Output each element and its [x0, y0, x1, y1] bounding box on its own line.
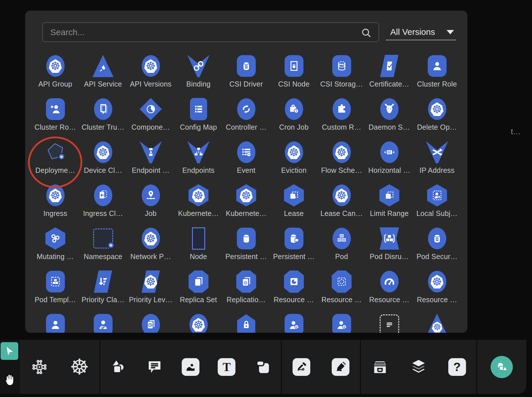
library-item-label: Pod [335, 252, 348, 261]
toolbar-group-libraries: ☸ [19, 340, 99, 394]
library-item-api-group[interactable]: ☸API Group [31, 55, 79, 98]
library-item-cropped[interactable] [270, 313, 318, 333]
library-item-pod-secur[interactable]: Pod Secur… [413, 227, 461, 270]
library-item-namespace[interactable]: ☸Namespace [79, 227, 127, 270]
library-item-label: Cluster Role [417, 80, 457, 88]
library-item-resource[interactable]: ☸Resource … [413, 270, 461, 313]
library-item-device-cl[interactable]: ☸Device Cl… [79, 141, 127, 184]
library-item-job[interactable]: Job [127, 184, 175, 227]
cyl-grid-icon [425, 227, 449, 250]
library-item-cluster-ro[interactable]: Cluster Ro… [31, 98, 79, 141]
boxes-tree-icon [187, 141, 211, 164]
library-item-replicatio[interactable]: ⚙Replicatio… [222, 270, 270, 313]
library-item-cropped[interactable]: ☸ [413, 313, 461, 333]
k8s-icon: ☸ [43, 55, 67, 77]
library-item-resource[interactable]: Resource … [365, 270, 413, 313]
image-tool[interactable] [177, 351, 204, 383]
library-item-resource[interactable]: Resource … [270, 270, 318, 313]
library-item-label: Lease Can… [321, 209, 363, 218]
library-item-cropped[interactable] [365, 313, 413, 333]
library-item-csi-storag[interactable]: CSI Storag… [318, 55, 365, 98]
library-item-cluster-role[interactable]: Cluster Role [413, 55, 461, 98]
library-item-api-versions[interactable]: ☸API Versions [127, 55, 175, 98]
library-item-endpoints[interactable]: Endpoints [175, 141, 222, 184]
circuit-library-tool[interactable] [26, 351, 53, 383]
help-tool[interactable]: ? [443, 351, 471, 383]
library-item-cropped[interactable] [31, 313, 79, 333]
library-item-flow-sche[interactable]: ☸Flow Sche… [318, 141, 365, 184]
library-item-cropped[interactable]: ☸ [175, 313, 222, 333]
library-item-compone[interactable]: Compone… [127, 98, 175, 141]
library-item-kubernete[interactable]: ☸Kubernete… [222, 184, 270, 227]
library-item-cropped[interactable] [222, 313, 270, 333]
archive-tool[interactable] [366, 351, 394, 383]
library-item-config-map[interactable]: Config Map [175, 98, 222, 141]
hand-tool[interactable] [1, 371, 18, 389]
library-item-cluster-tru[interactable]: Cluster Tru… [79, 98, 127, 141]
box-arrows-icon [377, 141, 401, 164]
library-item-kubernete[interactable]: ☸Kubernete… [175, 184, 222, 227]
library-item-limit-range[interactable]: Limit Range [365, 184, 413, 227]
shapes-tool[interactable] [105, 351, 132, 383]
library-item-event[interactable]: Event [222, 141, 270, 184]
library-item-csi-driver[interactable]: CSI Driver [222, 55, 270, 98]
draw-pencil-tool[interactable] [327, 351, 354, 383]
connector-pen-tool[interactable] [288, 351, 315, 383]
text-tool[interactable]: T [213, 351, 240, 383]
cyl-grid-icon [234, 55, 258, 77]
doc-plug-icon [91, 98, 115, 121]
library-item-pod-disru[interactable]: Pod Disru… [365, 227, 413, 270]
library-item-pod[interactable]: Pod [318, 227, 365, 270]
library-item-priority-cla[interactable]: Priority Cla… [79, 270, 127, 313]
daemon-icon [377, 98, 401, 121]
library-item-resource[interactable]: Resource … [318, 270, 365, 313]
select-tool[interactable] [1, 342, 18, 360]
library-item-binding[interactable]: Binding [175, 55, 222, 98]
library-item-certificate[interactable]: Certificate… [365, 55, 413, 98]
library-item-persistent[interactable]: Persistent … [270, 227, 318, 270]
library-item-eviction[interactable]: ☸Eviction [270, 141, 318, 184]
cert-icon [377, 55, 401, 77]
question-icon: ? [448, 358, 466, 376]
library-item-network-p[interactable]: ☸Network P… [127, 227, 175, 270]
library-item-csi-node[interactable]: CSI Node [270, 55, 318, 98]
library-item-priority-lev[interactable]: ☸Priority Lev… [127, 270, 175, 313]
comment-tool[interactable] [141, 351, 168, 383]
layers-tool[interactable] [405, 351, 432, 383]
library-item-cron-job[interactable]: Cron Job [270, 98, 318, 141]
library-item-pod-templ[interactable]: Pod Templ… [31, 270, 79, 313]
library-item-horizontal[interactable]: Horizontal … [365, 141, 413, 184]
library-item-replica-set[interactable]: Replica Set [175, 270, 222, 313]
library-item-ip-address[interactable]: IP Address [413, 141, 461, 184]
library-item-local-subj[interactable]: Local Subj… [413, 184, 461, 227]
search-input[interactable] [43, 23, 379, 41]
library-item-label: Custom R… [322, 123, 361, 131]
kubernetes-library-tool[interactable]: ☸ [66, 351, 93, 383]
library-item-mutating[interactable]: Mutating … [31, 227, 79, 270]
shape-library-logo-button[interactable] [488, 351, 515, 383]
library-item-daemon-s[interactable]: Daemon S… [365, 98, 413, 141]
library-item-label: Resource … [321, 296, 362, 304]
library-item-cropped[interactable] [79, 313, 127, 333]
library-item-delete-op[interactable]: ☸Delete Op… [413, 98, 461, 141]
library-item-cropped[interactable] [127, 313, 175, 333]
library-item-custom-r[interactable]: Custom R… [318, 98, 365, 141]
library-item-label: Cluster Tru… [82, 123, 125, 131]
square-dash-icon [377, 184, 401, 207]
library-item-cropped[interactable] [318, 313, 365, 333]
library-item-lease-can[interactable]: ☸Lease Can… [318, 184, 365, 227]
cyl-lock-icon [282, 227, 306, 250]
library-item-label: IP Address [419, 166, 454, 175]
library-item-lease[interactable]: Lease [270, 184, 318, 227]
library-item-ingress[interactable]: ☸Ingress [31, 184, 79, 227]
library-item-api-service[interactable]: API Service [79, 55, 127, 98]
library-item-persistent[interactable]: Persistent … [222, 227, 270, 270]
library-item-endpoint[interactable]: Endpoint … [127, 141, 175, 184]
library-item-ingress-cl[interactable]: Ingress Cl… [79, 184, 127, 227]
k8s-icon: ☸ [425, 98, 449, 121]
plug-icon [91, 55, 115, 77]
library-item-node[interactable]: Node [175, 227, 222, 270]
library-item-controller[interactable]: Controller … [222, 98, 270, 141]
note-tool[interactable] [249, 351, 277, 383]
version-filter-dropdown[interactable]: All Versions [386, 24, 456, 40]
